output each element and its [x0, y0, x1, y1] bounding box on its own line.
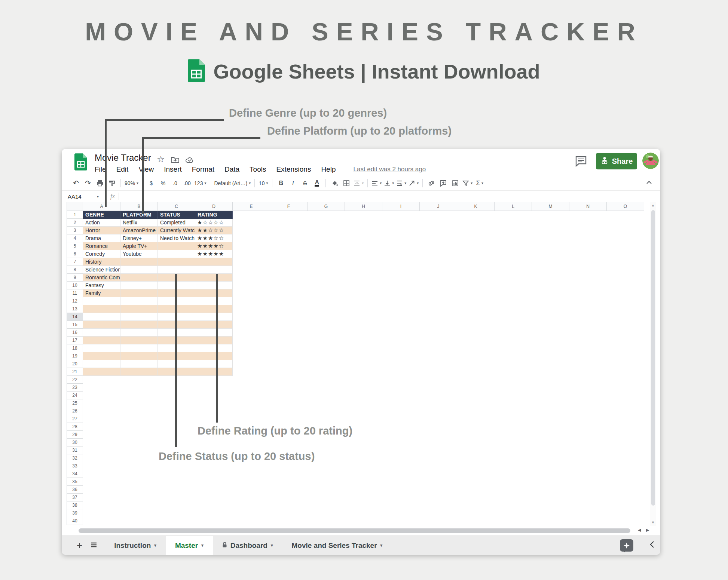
genre-cell[interactable]: Horror — [83, 227, 120, 234]
platform-cell[interactable] — [120, 360, 158, 368]
column-header-C[interactable]: C — [158, 202, 195, 211]
status-cell[interactable]: Need to Watch — [158, 234, 195, 242]
platform-cell[interactable] — [120, 297, 158, 305]
genre-cell[interactable] — [83, 297, 120, 305]
row-header-38[interactable]: 38 — [67, 501, 83, 509]
row-header-19[interactable]: 19 — [67, 352, 83, 360]
genre-cell[interactable] — [83, 368, 120, 376]
header-cell-status[interactable]: STATUS — [158, 211, 195, 219]
rating-cell[interactable] — [195, 313, 233, 321]
column-header-G[interactable]: G — [308, 202, 345, 211]
rating-cell[interactable] — [195, 266, 233, 274]
explore-button[interactable] — [620, 539, 633, 552]
genre-cell[interactable] — [83, 313, 120, 321]
column-header-I[interactable]: I — [382, 202, 420, 211]
row-header-5[interactable]: 5 — [67, 242, 83, 250]
row-header-17[interactable]: 17 — [67, 337, 83, 344]
platform-cell[interactable] — [120, 282, 158, 289]
genre-cell[interactable] — [83, 360, 120, 368]
row-header-10[interactable]: 10 — [67, 282, 83, 289]
sheet-tab-master[interactable]: Master▾ — [166, 536, 213, 555]
column-header-H[interactable]: H — [345, 202, 382, 211]
platform-cell[interactable] — [120, 274, 158, 282]
row-header-28[interactable]: 28 — [67, 423, 83, 431]
row-header-8[interactable]: 8 — [67, 266, 83, 274]
status-cell[interactable]: Currently Watching — [158, 227, 195, 234]
row-header-15[interactable]: 15 — [67, 321, 83, 329]
row-header-6[interactable]: 6 — [67, 250, 83, 258]
rating-cell[interactable] — [195, 274, 233, 282]
insert-comment-button[interactable] — [438, 178, 448, 188]
column-header-F[interactable]: F — [270, 202, 308, 211]
all-sheets-button[interactable] — [91, 542, 97, 549]
formula-input[interactable] — [123, 191, 660, 202]
row-header-1[interactable]: 1 — [67, 211, 83, 219]
column-header-B[interactable]: B — [120, 202, 158, 211]
text-rotate-button[interactable]: ▾ — [409, 178, 419, 188]
menu-item-help[interactable]: Help — [321, 165, 336, 174]
platform-cell[interactable] — [120, 344, 158, 352]
rating-cell[interactable] — [195, 352, 233, 360]
sheet-tab-instruction[interactable]: Instruction▾ — [105, 536, 166, 555]
menu-item-format[interactable]: Format — [192, 165, 214, 174]
scroll-left-icon[interactable]: ◀ — [638, 528, 641, 533]
column-header-E[interactable]: E — [233, 202, 270, 211]
select-all-corner[interactable] — [67, 202, 83, 211]
hide-menus-icon[interactable] — [645, 179, 653, 186]
row-header-36[interactable]: 36 — [67, 486, 83, 494]
status-cell[interactable] — [158, 242, 195, 250]
platform-cell[interactable] — [120, 313, 158, 321]
rating-cell[interactable] — [195, 360, 233, 368]
redo-button[interactable]: ↷ — [83, 178, 93, 188]
row-header-11[interactable]: 11 — [67, 289, 83, 297]
rating-cell[interactable]: ★★★★★ — [195, 250, 233, 258]
sheet-tab-dashboard[interactable]: Dashboard▾ — [213, 536, 282, 555]
cloud-status-icon[interactable] — [185, 157, 195, 165]
genre-cell[interactable] — [83, 305, 120, 313]
horizontal-align-button[interactable]: ▾ — [371, 178, 382, 188]
row-header-21[interactable]: 21 — [67, 368, 83, 376]
column-header-M[interactable]: M — [532, 202, 569, 211]
platform-cell[interactable] — [120, 321, 158, 329]
rating-cell[interactable]: ★★☆☆☆ — [195, 227, 233, 234]
rating-cell[interactable]: ★★★☆☆ — [195, 234, 233, 242]
menu-item-edit[interactable]: Edit — [116, 165, 129, 174]
genre-cell[interactable]: Comedy — [83, 250, 120, 258]
row-header-18[interactable]: 18 — [67, 344, 83, 352]
platform-cell[interactable] — [120, 329, 158, 337]
insert-link-button[interactable] — [426, 178, 436, 188]
format-currency-button[interactable]: $ — [146, 178, 156, 188]
platform-cell[interactable] — [120, 266, 158, 274]
rating-cell[interactable]: ★★★★☆ — [195, 242, 233, 250]
italic-button[interactable]: I — [288, 178, 298, 188]
row-header-33[interactable]: 33 — [67, 462, 83, 470]
platform-cell[interactable]: Netflix — [120, 219, 158, 227]
row-header-24[interactable]: 24 — [67, 392, 83, 399]
show-side-panel-icon[interactable] — [649, 540, 655, 550]
vertical-scroll-thumb[interactable] — [651, 210, 655, 506]
scroll-up-icon[interactable]: ▲ — [651, 203, 655, 207]
increase-decimal-button[interactable]: .00 — [182, 178, 192, 188]
genre-cell[interactable]: Family — [83, 289, 120, 297]
row-header-39[interactable]: 39 — [67, 509, 83, 517]
rating-cell[interactable] — [195, 282, 233, 289]
row-header-2[interactable]: 2 — [67, 219, 83, 227]
add-sheet-button[interactable]: + — [77, 540, 82, 551]
tab-menu-caret-icon[interactable]: ▾ — [154, 543, 156, 548]
menu-item-tools[interactable]: Tools — [250, 165, 266, 174]
rating-cell[interactable] — [195, 258, 233, 266]
scroll-right-icon[interactable]: ▶ — [646, 528, 649, 533]
rating-cell[interactable] — [195, 289, 233, 297]
rating-cell[interactable] — [195, 305, 233, 313]
menu-item-extensions[interactable]: Extensions — [276, 165, 311, 174]
row-header-20[interactable]: 20 — [67, 360, 83, 368]
platform-cell[interactable] — [120, 368, 158, 376]
font-size-select[interactable]: 10▾ — [259, 178, 268, 188]
genre-cell[interactable] — [83, 321, 120, 329]
platform-cell[interactable] — [120, 305, 158, 313]
sheet-tab-movie-and-series-tracker[interactable]: Movie and Series Tracker▾ — [282, 536, 392, 555]
row-header-27[interactable]: 27 — [67, 415, 83, 423]
row-header-25[interactable]: 25 — [67, 399, 83, 407]
genre-cell[interactable]: Action — [83, 219, 120, 227]
row-header-40[interactable]: 40 — [67, 517, 83, 525]
